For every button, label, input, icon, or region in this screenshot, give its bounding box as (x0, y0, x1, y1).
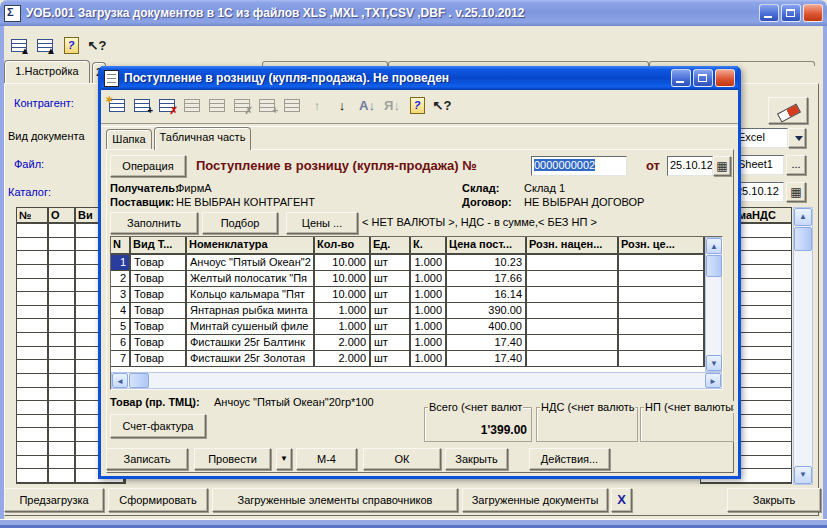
invoice-button[interactable]: Счет-фактура (110, 414, 206, 438)
fill-rows-icon (209, 99, 225, 112)
clear-settings-button[interactable] (768, 97, 808, 124)
sort-desc-icon: Я↓ (384, 99, 400, 112)
post-dropdown-button[interactable]: ▼ (276, 448, 292, 470)
format-dropdown-button[interactable] (788, 128, 806, 148)
sort-desc-icon[interactable]: Я↓ (381, 94, 403, 116)
operation-button[interactable]: Операция (110, 155, 186, 177)
table-row[interactable]: 1ТоварАнчоус "Пятый Океан"210.000шт1.000… (111, 255, 722, 271)
load-settings-icon[interactable]: ▲ (34, 34, 56, 56)
scroll-up-icon[interactable] (706, 238, 722, 254)
generate-button[interactable]: Сформировать (108, 488, 208, 512)
scroll-left-icon[interactable] (112, 373, 128, 388)
scroll-down-icon[interactable] (706, 355, 722, 371)
context-help-icon[interactable]: ↖? (431, 94, 453, 116)
items-table-header: NВид Т...НоменклатураКол-воЕд.К.Цена пос… (111, 237, 722, 255)
help-icon[interactable]: ? (60, 34, 82, 56)
scroll-right-icon[interactable] (705, 373, 721, 388)
poluchatel-value: ФирмА (176, 182, 212, 194)
help-icon: ? (64, 37, 79, 54)
table-cell (49, 279, 76, 292)
maximize-button[interactable] (781, 4, 801, 22)
clear-x-button[interactable]: X (611, 488, 632, 512)
save-button[interactable]: Записать (106, 448, 188, 470)
delete-row-icon[interactable]: ✗ (156, 94, 178, 116)
insert-row-icon[interactable]: ✶ (106, 94, 128, 116)
loaded-documents-button[interactable]: Загруженные документы (462, 488, 608, 512)
window-border-bottom (0, 519, 827, 528)
postavshik-value: НЕ ВЫБРАН КОНТРАГЕНТ (176, 196, 315, 208)
scroll-up-icon[interactable] (794, 208, 812, 226)
items-table-hscroll[interactable] (111, 372, 722, 389)
table-row[interactable]: 2ТоварЖелтый полосатик "Пя10.000шт1.0001… (111, 271, 722, 287)
table-cell: Товар (131, 319, 187, 334)
clear-rows-icon[interactable]: ✗ (231, 94, 253, 116)
browse-button[interactable]: ... (786, 155, 806, 175)
table-cell: 17.66 (447, 271, 527, 286)
close-main-button[interactable]: Закрыть (727, 488, 821, 512)
dialog-close-button[interactable] (715, 69, 735, 87)
column-header: Кол-во (315, 237, 371, 253)
pick-button[interactable]: Подбор (202, 212, 278, 234)
items-table: NВид Т...НоменклатураКол-воЕд.К.Цена пос… (110, 236, 723, 390)
move-rows-icon[interactable]: + (256, 94, 278, 116)
column-header: Ед. (371, 237, 411, 253)
main-window-title: УОБ.001 Загрузка документов в 1С из файл… (26, 6, 757, 20)
main-table-scrollbar[interactable] (793, 207, 813, 485)
table-cell: шт (371, 319, 411, 334)
minimize-button[interactable] (759, 4, 779, 22)
sort-asc-icon[interactable]: А↓ (356, 94, 378, 116)
tab-nastroyka[interactable]: 1.Настройка (4, 60, 90, 83)
kontragent-label: Контрагент: (14, 97, 74, 109)
table-row[interactable]: 5ТоварМинтай сушеный филе1.000шт1.000400… (111, 319, 722, 335)
table-cell (17, 469, 49, 482)
table-cell: 10.000 (315, 287, 371, 302)
prices-button[interactable]: Цены ... (286, 212, 358, 234)
table-row[interactable]: 7ТоварФисташки 25г Золотая2.000шт1.00017… (111, 351, 722, 367)
table-cell: Товар (131, 255, 187, 270)
dialog-maximize-button[interactable] (693, 69, 713, 87)
help-icon[interactable]: ? (406, 94, 428, 116)
post-button[interactable]: Провести (194, 448, 271, 470)
fill-button[interactable]: Заполнить (110, 212, 198, 234)
table-cell (49, 415, 76, 428)
save-settings-icon[interactable]: ▲ (8, 34, 30, 56)
calendar-button[interactable] (786, 182, 806, 202)
scroll-thumb[interactable] (129, 373, 149, 388)
loaded-elements-button[interactable]: Загруженные элементы справочников (212, 488, 458, 512)
items-table-body: 1ТоварАнчоус "Пятый Океан"210.000шт1.000… (111, 255, 722, 374)
table-cell (619, 319, 705, 334)
context-help-icon[interactable]: ↖? (86, 34, 108, 56)
close-button[interactable] (803, 4, 823, 22)
tab-tablichnaya-chast[interactable]: Табличная часть (154, 127, 251, 150)
table-row[interactable]: 3ТоварКольцо кальмара "Пят10.000шт1.0001… (111, 287, 722, 303)
fill-rows-icon[interactable] (206, 94, 228, 116)
table-cell: 10.23 (447, 255, 527, 270)
doc-calendar-button[interactable] (713, 156, 731, 176)
table-row[interactable]: 4ТоварЯнтарная рыбка минта1.000шт1.00039… (111, 303, 722, 319)
table-cell (17, 360, 49, 373)
scroll-thumb[interactable] (794, 227, 812, 251)
move-down-icon[interactable]: ↓ (331, 94, 353, 116)
dialog-minimize-button[interactable] (671, 69, 691, 87)
add-row-icon[interactable]: + (131, 94, 153, 116)
doc-number-input[interactable]: 0000000002 (531, 156, 627, 176)
ok-button[interactable]: ОК (363, 448, 441, 470)
preload-button[interactable]: Предзагрузка (4, 488, 104, 512)
currency-note: < НЕТ ВАЛЮТЫ >, НДС - в сумме,< БЕЗ НП > (362, 216, 597, 228)
close-dialog-button[interactable]: Закрыть (445, 448, 508, 470)
move-up-icon[interactable]: ↑ (306, 94, 328, 116)
table-cell (49, 292, 76, 305)
table-row[interactable]: 6ТоварФисташки 25г Балтинк2.000шт1.00017… (111, 335, 722, 351)
table-cell: 400.00 (447, 319, 527, 334)
select-columns-icon[interactable] (281, 94, 303, 116)
m4-button[interactable]: М-4 (296, 448, 357, 470)
actions-button[interactable]: Действия... (529, 448, 610, 470)
tab-shapka[interactable]: Шапка (106, 129, 152, 149)
items-table-vscroll[interactable] (705, 237, 722, 372)
copy-row-icon[interactable] (181, 94, 203, 116)
scroll-thumb[interactable] (706, 255, 722, 277)
doc-date-input[interactable]: 25.10.12 (667, 156, 713, 176)
scroll-down-icon[interactable] (794, 466, 812, 484)
total-group: Всего (<нет валют 1'399.00 (424, 407, 532, 442)
table-cell: 1.000 (315, 319, 371, 334)
